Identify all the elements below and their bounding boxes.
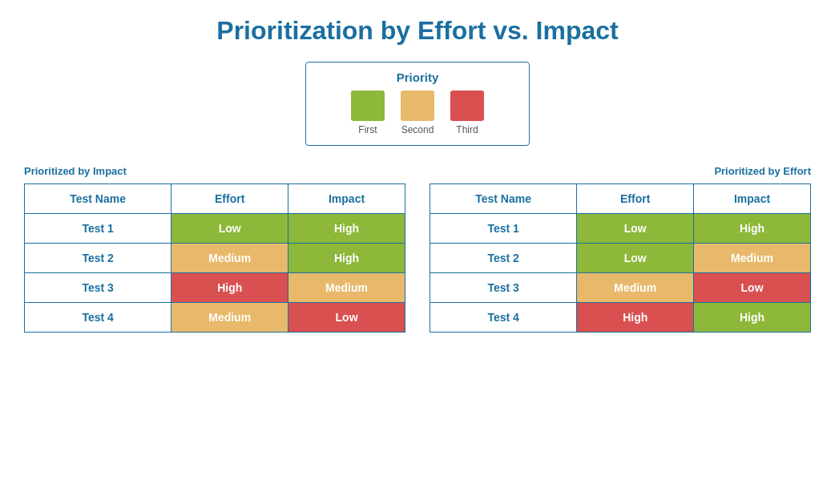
tables-row: Prioritized by Impact Test Name Effort I… xyxy=(24,165,811,333)
right-table: Test Name Effort Impact Test 1 Low High … xyxy=(430,183,811,333)
left-row-0-impact: High xyxy=(288,214,405,244)
table-row: Test 1 Low High xyxy=(25,214,405,244)
right-table-section: Prioritized by Effort Test Name Effort I… xyxy=(430,165,811,333)
legend-item-first: First xyxy=(351,91,385,135)
table-row: Test 4 Medium Low xyxy=(25,303,405,333)
table-row: Test 3 High Medium xyxy=(25,273,405,303)
legend-swatch-second xyxy=(401,91,434,121)
legend-swatch-third xyxy=(450,91,484,121)
right-row-2-impact: Low xyxy=(694,273,811,303)
left-th-impact: Impact xyxy=(288,184,405,214)
left-row-1-effort: Medium xyxy=(171,244,288,273)
left-row-1-impact: High xyxy=(288,244,405,273)
legend-title: Priority xyxy=(322,71,513,84)
left-row-3-effort: Medium xyxy=(171,303,288,333)
legend-swatch-first xyxy=(351,91,385,121)
table-row: Test 2 Low Medium xyxy=(430,244,811,273)
right-row-0-name: Test 1 xyxy=(430,214,577,244)
table-row: Test 4 High High xyxy=(430,303,811,333)
right-th-effort: Effort xyxy=(577,184,694,214)
right-th-name: Test Name xyxy=(430,184,577,214)
right-th-impact: Impact xyxy=(694,184,811,214)
right-row-0-impact: High xyxy=(694,214,811,244)
right-row-3-effort: High xyxy=(577,303,694,333)
left-row-1-name: Test 2 xyxy=(25,244,171,273)
left-row-0-effort: Low xyxy=(171,214,288,244)
legend-item-second: Second xyxy=(401,91,434,135)
table-row: Test 1 Low High xyxy=(430,214,811,244)
left-table-header-row: Test Name Effort Impact xyxy=(25,184,405,214)
right-row-3-impact: High xyxy=(694,303,811,333)
right-row-2-effort: Medium xyxy=(577,273,694,303)
left-table-section: Prioritized by Impact Test Name Effort I… xyxy=(24,165,405,333)
right-row-3-name: Test 4 xyxy=(430,303,577,333)
right-table-header-row: Test Name Effort Impact xyxy=(430,184,811,214)
left-th-effort: Effort xyxy=(171,184,288,214)
right-section-label: Prioritized by Effort xyxy=(430,165,811,177)
legend-box: Priority First Second Third xyxy=(305,62,530,146)
page-title: Prioritization by Effort vs. Impact xyxy=(24,16,811,46)
right-row-1-name: Test 2 xyxy=(430,244,577,273)
right-row-0-effort: Low xyxy=(577,214,694,244)
left-row-0-name: Test 1 xyxy=(25,214,171,244)
legend-item-third: Third xyxy=(450,91,484,135)
legend-label-third: Third xyxy=(456,124,478,135)
legend-items: First Second Third xyxy=(322,91,513,135)
right-row-2-name: Test 3 xyxy=(430,273,577,303)
right-row-1-impact: Medium xyxy=(694,244,811,273)
left-row-3-name: Test 4 xyxy=(25,303,171,333)
left-th-name: Test Name xyxy=(25,184,171,214)
legend-label-second: Second xyxy=(401,124,434,135)
left-row-2-effort: High xyxy=(171,273,288,303)
left-row-2-impact: Medium xyxy=(288,273,405,303)
left-row-2-name: Test 3 xyxy=(25,273,171,303)
right-row-1-effort: Low xyxy=(577,244,694,273)
table-row: Test 3 Medium Low xyxy=(430,273,811,303)
table-row: Test 2 Medium High xyxy=(25,244,405,273)
page-container: Prioritization by Effort vs. Impact Prio… xyxy=(0,0,835,504)
left-section-label: Prioritized by Impact xyxy=(24,165,405,177)
left-table: Test Name Effort Impact Test 1 Low High … xyxy=(24,183,405,333)
legend-label-first: First xyxy=(358,124,377,135)
left-row-3-impact: Low xyxy=(288,303,405,333)
